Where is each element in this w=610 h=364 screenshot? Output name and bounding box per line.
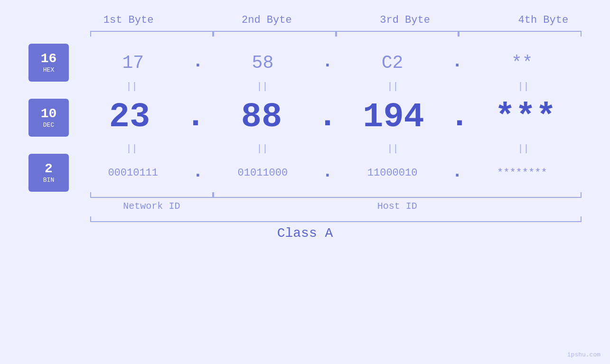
byte-header-3: 3rd Byte (336, 14, 474, 26)
hex-values: 17 . 58 . C2 . ** (74, 51, 582, 74)
dot-1: . (192, 51, 203, 72)
dec-dot-3: . (450, 98, 469, 135)
dec-byte-1: 23 (74, 99, 186, 136)
hex-badge-number: 16 (41, 52, 57, 65)
equals-row-1: || || || || (74, 79, 582, 94)
bin-dot-2: . (322, 161, 333, 182)
network-bracket (90, 192, 213, 198)
dec-badge-number: 10 (41, 107, 57, 121)
equals-7: || (335, 143, 451, 154)
dec-badge-label: DEC (43, 121, 54, 129)
equals-row-2: || || || || (74, 141, 582, 156)
dec-values: 23 . 88 . 194 . *** (74, 98, 582, 138)
dot-2: . (322, 51, 333, 72)
id-labels-row: Network ID Host ID (90, 201, 582, 212)
host-id-label: Host ID (213, 201, 582, 212)
bin-dot-3: . (452, 161, 463, 182)
equals-8: || (465, 143, 582, 154)
equals-4: || (465, 81, 582, 92)
dec-dot-1: . (186, 98, 206, 135)
dec-row: 10 DEC 23 . 88 . 194 . *** (28, 94, 582, 141)
dec-byte-3: 194 (338, 99, 450, 136)
byte-header-4: 4th Byte (474, 14, 610, 26)
network-id-label: Network ID (90, 201, 213, 212)
equals-3: || (335, 81, 451, 92)
bin-byte-3: 11000010 (333, 167, 451, 179)
bin-dot-1: . (192, 161, 203, 182)
bin-values: 00010111 . 01011000 . 11000010 . *******… (74, 161, 582, 184)
hex-badge: 16 HEX (28, 44, 69, 82)
bracket-2 (213, 31, 336, 37)
class-bracket-container (90, 216, 582, 222)
byte-headers: 1st Byte 2nd Byte 3rd Byte 4th Byte (59, 14, 610, 26)
bin-byte-4: ******** (463, 167, 582, 179)
bin-badge-label: BIN (43, 177, 54, 184)
hex-byte-1: 17 (74, 53, 192, 73)
hex-row: 16 HEX 17 . 58 . C2 . ** (28, 46, 582, 79)
bottom-brackets (90, 192, 582, 198)
class-bracket-line (90, 216, 582, 222)
hex-byte-2: 58 (203, 53, 322, 73)
hex-badge-label: HEX (43, 66, 54, 74)
bin-badge: 2 BIN (28, 154, 69, 192)
equals-6: || (204, 143, 320, 154)
main-container: 1st Byte 2nd Byte 3rd Byte 4th Byte 16 H… (0, 0, 610, 364)
byte-header-2: 2nd Byte (197, 14, 336, 26)
bracket-1 (90, 31, 213, 37)
host-bracket (213, 192, 582, 198)
bin-row: 2 BIN 00010111 . 01011000 . 11000010 . *… (28, 156, 582, 189)
bin-byte-2: 01011000 (203, 167, 322, 179)
class-label: Class A (277, 226, 333, 241)
bracket-3 (336, 31, 459, 37)
equals-1: || (74, 81, 190, 92)
equals-2: || (204, 81, 320, 92)
dec-byte-2: 88 (206, 99, 318, 136)
hex-byte-3: C2 (333, 53, 451, 73)
dec-dot-2: . (318, 98, 338, 135)
equals-5: || (74, 143, 190, 154)
top-brackets (90, 31, 582, 37)
bin-badge-number: 2 (45, 162, 53, 176)
dec-badge: 10 DEC (28, 99, 69, 137)
dec-byte-4: *** (469, 99, 582, 136)
byte-header-1: 1st Byte (59, 14, 197, 26)
bin-byte-1: 00010111 (74, 167, 192, 179)
dot-3: . (452, 51, 463, 72)
watermark: ipshu.com (567, 351, 601, 358)
bracket-4 (459, 31, 582, 37)
hex-byte-4: ** (463, 53, 582, 73)
